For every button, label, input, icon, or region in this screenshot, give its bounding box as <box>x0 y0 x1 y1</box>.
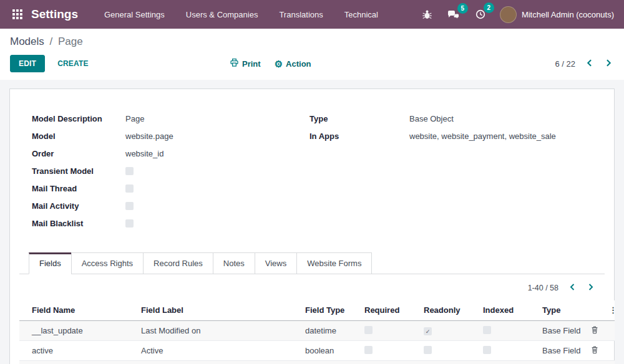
create-button[interactable]: CREATE <box>49 55 97 72</box>
readonly-checkbox <box>424 327 432 335</box>
app-name[interactable]: Settings <box>31 7 78 21</box>
cell-type: Base Field <box>536 341 584 361</box>
required-checkbox <box>364 346 373 354</box>
trash-icon <box>590 345 599 356</box>
transient-model-checkbox <box>125 167 134 175</box>
in-apps-value: website, website_payment, website_sale <box>409 132 556 141</box>
user-avatar <box>500 6 517 23</box>
in-apps-label: In Apps <box>310 132 409 141</box>
edit-button[interactable]: EDIT <box>10 55 45 72</box>
cell-field-type: datetime <box>299 321 358 341</box>
control-panel: Models / Page EDIT CREATE Print ⚙ Action <box>0 29 624 80</box>
indexed-checkbox <box>483 346 491 354</box>
column-delete <box>584 300 603 321</box>
navbar-systray: 5 2 Mitchell Admin (coconuts) <box>421 6 614 23</box>
fields-list-pager: 1-40 / 58 <box>19 274 605 300</box>
fields-table: Field Name Field Label Field Type Requir… <box>19 300 615 364</box>
tab-website-forms[interactable]: Website Forms <box>296 252 372 274</box>
tab-views[interactable]: Views <box>255 252 297 274</box>
order-value: website_id <box>125 149 163 158</box>
breadcrumb-models-link[interactable]: Models <box>10 36 44 47</box>
breadcrumb-separator: / <box>50 36 53 47</box>
list-pager-previous-button[interactable] <box>567 282 577 294</box>
menu-users-companies[interactable]: Users & Companies <box>186 10 258 19</box>
transient-model-label: Transient Model <box>32 166 125 176</box>
cell-type: Base Field <box>536 321 584 341</box>
tab-notes[interactable]: Notes <box>213 252 255 274</box>
optional-columns-toggle[interactable]: ⋮ <box>603 300 615 321</box>
menu-general-settings[interactable]: General Settings <box>104 10 165 19</box>
cell-field-label: View Architecture <box>135 361 299 364</box>
gear-icon: ⚙ <box>275 59 283 69</box>
list-pager-next-button[interactable] <box>586 282 596 294</box>
column-field-label[interactable]: Field Label <box>135 300 299 321</box>
breadcrumb-current: Page <box>58 36 83 47</box>
apps-menu-icon[interactable] <box>10 7 25 22</box>
indexed-checkbox <box>483 326 491 334</box>
chevron-right-icon <box>605 59 613 69</box>
mail-thread-label: Mail Thread <box>32 184 125 193</box>
cell-field-name: active <box>19 341 135 361</box>
column-type[interactable]: Type <box>536 300 584 321</box>
action-label: Action <box>286 59 311 69</box>
cell-field-name: arch <box>19 361 135 364</box>
mail-blacklist-label: Mail Blacklist <box>32 219 125 228</box>
mail-thread-checkbox <box>125 184 134 193</box>
main-menu: General Settings Users & Companies Trans… <box>104 10 378 19</box>
table-row[interactable]: __last_update Last Modified on datetime … <box>19 321 615 341</box>
order-label: Order <box>32 149 125 158</box>
cell-type: Base Field <box>536 361 584 364</box>
cell-field-type: boolean <box>299 341 358 361</box>
breadcrumb: Models / Page <box>10 36 614 48</box>
required-checkbox <box>364 326 373 334</box>
messages-button[interactable]: 5 <box>446 8 461 21</box>
list-pager-value[interactable]: 1-40 / 58 <box>528 284 558 292</box>
user-name: Mitchell Admin (coconuts) <box>522 10 614 19</box>
tab-access-rights[interactable]: Access Rights <box>71 252 144 274</box>
user-menu[interactable]: Mitchell Admin (coconuts) <box>500 6 614 23</box>
mail-activity-label: Mail Activity <box>32 201 125 211</box>
print-label: Print <box>242 59 261 69</box>
cell-field-label: Last Modified on <box>135 321 299 341</box>
model-description-value: Page <box>125 114 144 123</box>
debug-bug-icon[interactable] <box>421 8 434 21</box>
chevron-left-icon <box>585 59 593 69</box>
table-row[interactable]: active Active boolean Base Field <box>19 341 615 361</box>
notebook: Fields Access Rights Record Rules Notes … <box>19 252 605 364</box>
tab-record-rules[interactable]: Record Rules <box>143 252 213 274</box>
action-button[interactable]: ⚙ Action <box>275 59 311 69</box>
cell-field-label: Active <box>135 341 299 361</box>
column-indexed[interactable]: Indexed <box>477 300 536 321</box>
tab-fields[interactable]: Fields <box>29 252 72 274</box>
cell-field-type: text <box>299 361 358 364</box>
table-row[interactable]: arch View Architecture text Base Field <box>19 361 615 364</box>
mail-activity-checkbox <box>125 202 134 210</box>
activities-badge: 2 <box>484 2 494 13</box>
notebook-tabs: Fields Access Rights Record Rules Notes … <box>19 252 605 274</box>
column-readonly[interactable]: Readonly <box>417 300 477 321</box>
print-button[interactable]: Print <box>230 58 261 69</box>
ellipsis-v-icon: ⋮ <box>609 305 617 315</box>
type-label: Type <box>310 114 409 123</box>
menu-translations[interactable]: Translations <box>279 10 323 19</box>
activities-clock-icon[interactable]: 2 <box>474 7 487 21</box>
record-pager-value[interactable]: 6 / 22 <box>555 59 575 69</box>
trash-icon <box>590 325 599 336</box>
pager-next-button[interactable] <box>603 57 614 70</box>
model-label: Model <box>32 132 125 141</box>
delete-row-button[interactable] <box>590 345 599 356</box>
column-required[interactable]: Required <box>358 300 417 321</box>
menu-technical[interactable]: Technical <box>344 10 378 19</box>
column-field-type[interactable]: Field Type <box>299 300 358 321</box>
chevron-right-icon <box>587 283 595 293</box>
type-value: Base Object <box>409 114 454 123</box>
column-field-name[interactable]: Field Name <box>19 300 135 321</box>
pager-previous-button[interactable] <box>584 57 595 70</box>
cell-field-name: __last_update <box>19 321 135 341</box>
top-navbar: Settings General Settings Users & Compan… <box>0 0 624 29</box>
delete-row-button[interactable] <box>590 325 599 336</box>
chevron-left-icon <box>568 283 576 293</box>
record-form-sheet: Model Description Page Model website.pag… <box>9 89 615 364</box>
mail-blacklist-checkbox <box>125 219 134 228</box>
model-value: website.page <box>125 132 173 141</box>
